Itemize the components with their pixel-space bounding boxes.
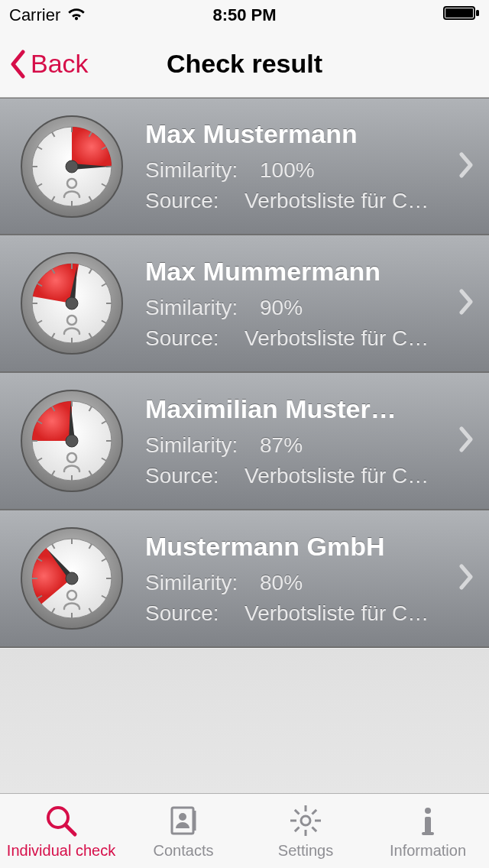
result-name: Max Mustermann [145,119,451,149]
carrier-label: Carrier [9,5,60,25]
gauge-icon [18,113,125,220]
source-label: Source: [145,464,244,488]
source-value: Verbotsliste für C… [244,464,429,488]
gauge-icon [18,250,125,357]
svg-line-80 [295,827,300,831]
result-row[interactable]: Max Mustermann Similarity: 100% Source: … [0,98,489,235]
nav-bar: Back Check result [0,31,489,98]
svg-point-70 [66,572,78,585]
contacts-icon [166,802,201,839]
content: Max Mustermann Similarity: 100% Source: … [0,98,489,793]
svg-point-53 [66,435,78,447]
tab-individual-check[interactable]: Individual check [0,794,122,868]
tab-information[interactable]: Information [367,794,489,868]
similarity-value: 90% [260,296,303,320]
svg-point-36 [66,297,78,309]
tab-label: Contacts [154,842,214,860]
result-row[interactable]: Max Mummermann Similarity: 90% Source: V… [0,235,489,373]
result-row[interactable]: Maximilian Muster… Similarity: 87% Sourc… [0,373,489,510]
similarity-value: 87% [260,433,303,458]
similarity-value: 80% [260,571,303,595]
svg-rect-87 [422,832,434,835]
svg-rect-2 [476,10,479,16]
similarity-value: 100% [260,158,315,183]
svg-point-19 [66,160,78,173]
list-filler [0,648,489,793]
chevron-right-icon [458,289,474,318]
svg-rect-1 [445,8,473,18]
source-value: Verbotsliste für C… [244,326,429,351]
similarity-label: Similarity: [145,571,260,595]
result-text: Mustermann GmbH Similarity: 80% Source: … [145,532,451,626]
individual-check-icon [44,802,79,839]
information-icon [410,802,445,839]
result-text: Max Mustermann Similarity: 100% Source: … [145,119,451,213]
gauge-icon [18,525,125,632]
result-text: Maximilian Muster… Similarity: 87% Sourc… [145,394,451,488]
tab-settings[interactable]: Settings [244,794,367,868]
result-list: Max Mustermann Similarity: 100% Source: … [0,98,489,648]
back-button[interactable]: Back [0,49,89,79]
svg-line-82 [295,810,300,815]
back-label: Back [31,49,89,79]
svg-point-85 [425,808,431,814]
tab-label: Settings [278,842,333,860]
svg-rect-86 [425,817,431,834]
result-name: Maximilian Muster… [145,394,451,424]
source-label: Source: [145,326,244,351]
settings-icon [288,802,323,839]
tab-contacts[interactable]: Contacts [122,794,244,868]
source-label: Source: [145,189,244,213]
tab-label: Individual check [7,842,115,860]
result-name: Mustermann GmbH [145,532,451,562]
status-bar: Carrier 8:50 PM [0,0,489,31]
result-name: Max Mummermann [145,257,451,287]
similarity-label: Similarity: [145,158,260,183]
svg-line-78 [312,827,316,831]
svg-point-74 [179,813,186,821]
result-text: Max Mummermann Similarity: 90% Source: V… [145,257,451,351]
similarity-label: Similarity: [145,433,260,458]
svg-point-76 [301,816,310,825]
gauge-icon [18,387,125,494]
chevron-right-icon [458,426,474,455]
svg-line-72 [66,825,75,834]
chevron-right-icon [458,152,474,181]
source-label: Source: [145,601,244,626]
battery-icon [443,5,480,25]
tab-bar: Individual check Contacts Settings Infor… [0,793,489,868]
source-value: Verbotsliste für C… [244,189,429,213]
similarity-label: Similarity: [145,296,260,320]
chevron-left-icon [9,50,26,79]
tab-label: Information [390,842,466,860]
source-value: Verbotsliste für C… [244,601,429,626]
chevron-right-icon [458,564,474,593]
result-row[interactable]: Mustermann GmbH Similarity: 80% Source: … [0,510,489,648]
status-time: 8:50 PM [166,5,322,25]
svg-line-84 [312,810,316,815]
wifi-icon [66,5,86,25]
